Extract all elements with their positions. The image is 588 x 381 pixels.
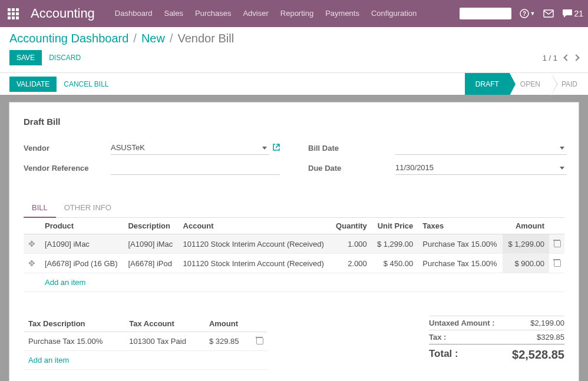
drag-handle-icon[interactable]: ✥ <box>24 234 40 254</box>
mail-icon[interactable] <box>543 9 554 18</box>
cell-taxes[interactable]: Purchase Tax 15.00% <box>418 254 503 273</box>
app-title: Accounting <box>31 6 95 21</box>
chat-count: 21 <box>574 9 583 18</box>
cell-quantity[interactable]: 1.000 <box>331 234 372 254</box>
col-unit-price[interactable]: Unit Price <box>372 218 418 234</box>
nav-links: Dashboard Sales Purchases Adviser Report… <box>109 0 422 27</box>
vendor-label: Vendor <box>24 144 111 153</box>
top-nav: Accounting Dashboard Sales Purchases Adv… <box>0 0 588 27</box>
col-quantity[interactable]: Quantity <box>331 218 372 234</box>
bottom-section: Tax Description Tax Account Amount Purch… <box>24 316 564 370</box>
form-background: Draft Bill Vendor Vendor Reference <box>0 95 588 381</box>
pager: 1 / 1 <box>543 54 579 62</box>
nav-sales[interactable]: Sales <box>158 0 189 27</box>
svg-rect-2 <box>544 10 553 17</box>
cell-description[interactable]: [A6678] iPod <box>123 254 178 273</box>
search-input[interactable] <box>460 8 511 19</box>
delete-tax-icon[interactable] <box>252 332 267 351</box>
bill-date-field[interactable] <box>395 141 567 155</box>
tabs: BILL OTHER INFO <box>24 198 564 218</box>
table-row[interactable]: ✥ [A6678] iPod (16 GB) [A6678] iPod 1011… <box>24 254 564 273</box>
control-bar: SAVE DISCARD 1 / 1 <box>0 50 588 72</box>
nav-purchases[interactable]: Purchases <box>189 0 237 27</box>
table-row[interactable]: ✥ [A1090] iMac [A1090] iMac 101120 Stock… <box>24 234 564 254</box>
validate-button[interactable]: VALIDATE <box>9 77 57 92</box>
vendor-ref-label: Vendor Reference <box>24 164 111 173</box>
untaxed-label: Untaxed Amount : <box>429 319 494 327</box>
cell-tax-desc[interactable]: Purchase Tax 15.00% <box>24 332 124 351</box>
due-date-field[interactable] <box>395 161 567 175</box>
breadcrumb: Accounting Dashboard / New / Vendor Bill <box>9 32 579 50</box>
col-description[interactable]: Description <box>123 218 178 234</box>
step-open[interactable]: OPEN <box>510 73 551 95</box>
breadcrumb-root[interactable]: Accounting Dashboard <box>9 32 128 45</box>
nav-dashboard[interactable]: Dashboard <box>109 0 158 27</box>
cell-unit-price[interactable]: $ 1,299.00 <box>372 234 418 254</box>
step-draft[interactable]: DRAFT <box>465 73 510 95</box>
pager-prev-icon[interactable] <box>563 54 570 61</box>
status-steps: DRAFT OPEN PAID <box>465 73 588 95</box>
field-grid: Vendor Vendor Reference Bill Date <box>24 141 564 181</box>
totals: Untaxed Amount : $2,199.00 Tax : $329.85… <box>429 316 564 364</box>
cell-amount: $ 900.00 <box>503 254 549 273</box>
form-sheet: Draft Bill Vendor Vendor Reference <box>9 102 579 381</box>
tax-label: Tax : <box>429 333 446 342</box>
cell-taxes[interactable]: Purchase Tax 15.00% <box>418 234 503 254</box>
col-tax-desc[interactable]: Tax Description <box>24 316 124 332</box>
nav-payments[interactable]: Payments <box>319 0 365 27</box>
status-bar: VALIDATE CANCEL BILL DRAFT OPEN PAID <box>0 72 588 95</box>
breadcrumb-new[interactable]: New <box>141 32 165 45</box>
total-label: Total : <box>429 348 458 362</box>
delete-row-icon[interactable] <box>549 234 564 254</box>
save-button[interactable]: SAVE <box>9 50 42 65</box>
chat-icon[interactable]: 21 <box>562 9 583 18</box>
vendor-ref-field[interactable] <box>111 161 280 175</box>
cell-account[interactable]: 101120 Stock Interim Account (Received) <box>179 254 331 273</box>
breadcrumb-current: Vendor Bill <box>178 32 234 45</box>
drag-handle-icon[interactable]: ✥ <box>24 254 40 273</box>
add-line-link[interactable]: Add an item <box>45 278 85 287</box>
cell-account[interactable]: 101120 Stock Interim Account (Received) <box>179 234 331 254</box>
help-icon[interactable]: ? ▼ <box>520 9 536 18</box>
breadcrumb-bar: Accounting Dashboard / New / Vendor Bill <box>0 27 588 50</box>
breadcrumb-sep: / <box>170 32 173 45</box>
nav-configuration[interactable]: Configuration <box>365 0 422 27</box>
external-link-icon[interactable] <box>273 144 280 153</box>
bill-lines-table: Product Description Account Quantity Uni… <box>24 218 564 292</box>
add-tax-link[interactable]: Add an item <box>28 356 69 365</box>
cell-amount: $ 1,299.00 <box>503 234 549 254</box>
nav-right: ? ▼ 21 <box>460 8 584 19</box>
total-value: $2,528.85 <box>512 348 564 362</box>
col-tax-account[interactable]: Tax Account <box>124 316 204 332</box>
untaxed-value: $2,199.00 <box>530 319 564 327</box>
due-date-label: Due Date <box>308 164 395 173</box>
cell-product[interactable]: [A1090] iMac <box>40 234 123 254</box>
apps-menu-icon[interactable] <box>5 5 21 22</box>
cell-description[interactable]: [A1090] iMac <box>123 234 178 254</box>
col-account[interactable]: Account <box>179 218 331 234</box>
svg-text:?: ? <box>522 11 526 17</box>
tab-other-info[interactable]: OTHER INFO <box>56 198 120 217</box>
tab-bill[interactable]: BILL <box>24 198 56 218</box>
sheet-title: Draft Bill <box>24 117 564 127</box>
cell-unit-price[interactable]: $ 450.00 <box>372 254 418 273</box>
delete-row-icon[interactable] <box>549 254 564 273</box>
col-amount[interactable]: Amount <box>503 218 549 234</box>
vendor-field[interactable] <box>111 141 269 155</box>
nav-adviser[interactable]: Adviser <box>237 0 274 27</box>
table-row[interactable]: Purchase Tax 15.00% 101300 Tax Paid $ 32… <box>24 332 267 351</box>
pager-next-icon[interactable] <box>573 54 579 61</box>
nav-reporting[interactable]: Reporting <box>275 0 319 27</box>
col-taxes[interactable]: Taxes <box>418 218 503 234</box>
tax-table: Tax Description Tax Account Amount Purch… <box>24 316 267 370</box>
cancel-bill-button[interactable]: CANCEL BILL <box>57 77 115 92</box>
discard-button[interactable]: DISCARD <box>42 50 88 65</box>
col-product[interactable]: Product <box>40 218 123 234</box>
cell-tax-account[interactable]: 101300 Tax Paid <box>124 332 204 351</box>
tax-value: $329.85 <box>537 333 564 342</box>
cell-quantity[interactable]: 2.000 <box>331 254 372 273</box>
breadcrumb-sep: / <box>133 32 137 45</box>
cell-product[interactable]: [A6678] iPod (16 GB) <box>40 254 123 273</box>
col-tax-amount[interactable]: Amount <box>204 316 252 332</box>
cell-tax-amount[interactable]: $ 329.85 <box>204 332 252 351</box>
